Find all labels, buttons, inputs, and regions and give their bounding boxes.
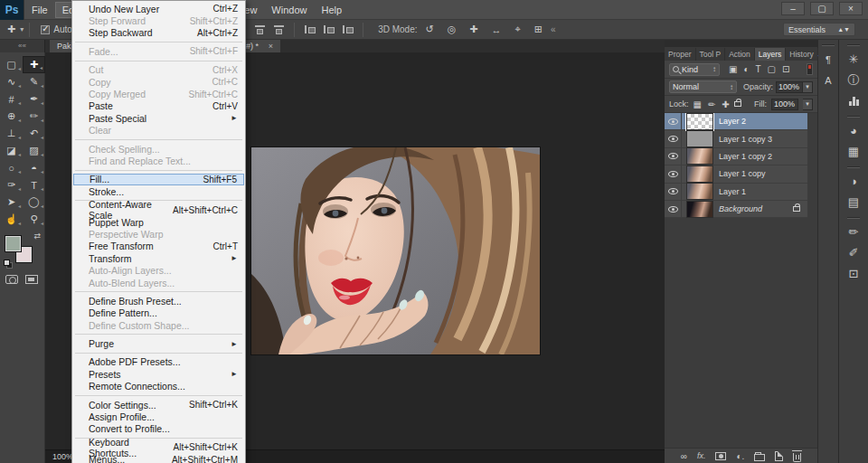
layer-thumbnail[interactable] xyxy=(686,147,713,165)
clone-stamp-tool[interactable]: ⊥◂ xyxy=(0,125,23,142)
blur-tool[interactable]: ○◂ xyxy=(0,159,23,176)
filter-type-layers-icon[interactable]: T xyxy=(756,64,761,74)
layer-row-layer-1-copy[interactable]: Layer 1 copy xyxy=(665,165,807,183)
foreground-color-swatch[interactable] xyxy=(5,235,22,252)
menu-item-presets[interactable]: Presets► xyxy=(72,368,245,380)
layer-thumbnail[interactable] xyxy=(686,113,713,130)
history-brush-tool[interactable]: ↶◂ xyxy=(23,125,45,142)
visibility-cell[interactable] xyxy=(665,184,682,200)
lock-transparency-icon[interactable]: ▦ xyxy=(693,99,702,109)
toolbar-collapse-header[interactable]: «« xyxy=(0,40,45,52)
distribute-left-edges-icon[interactable] xyxy=(304,24,316,34)
visibility-cell[interactable] xyxy=(665,113,682,129)
distribute-bottom-edges-icon[interactable] xyxy=(273,24,285,34)
tab-tool-p[interactable]: Tool P xyxy=(696,48,726,61)
path-selection-tool[interactable]: ➤◂ xyxy=(0,194,23,211)
menu-item-adobe-pdf-presets[interactable]: Adobe PDF Presets... xyxy=(72,356,245,368)
layer-row-background[interactable]: Background xyxy=(665,201,807,218)
default-colors-icon[interactable] xyxy=(4,260,12,268)
menu-item-define-brush-preset[interactable]: Define Brush Preset... xyxy=(72,295,245,307)
menu-file[interactable]: File xyxy=(24,2,55,18)
options-collapse-icon[interactable]: « xyxy=(551,24,556,34)
move-tool[interactable]: ✚◂ xyxy=(23,56,45,73)
quick-mask-button[interactable] xyxy=(5,275,18,284)
adjustments-icon[interactable]: ◑ xyxy=(839,171,868,192)
menu-item-stroke[interactable]: Stroke... xyxy=(72,185,245,197)
color-icon[interactable]: ◕ xyxy=(839,120,868,141)
menu-item-remote-connections[interactable]: Remote Connections... xyxy=(72,381,245,392)
brush-tool[interactable]: ✏◂ xyxy=(23,108,45,125)
menu-item-purge[interactable]: Purge► xyxy=(72,337,245,349)
filter-smart-objects-icon[interactable]: ⊡ xyxy=(782,64,789,74)
opacity-dropdown-icon[interactable]: ▾ xyxy=(803,81,813,93)
spot-healing-brush-tool[interactable]: ⊕◂ xyxy=(0,108,23,125)
link-layers-icon[interactable]: ∞ xyxy=(681,451,687,461)
tab-history[interactable]: History xyxy=(786,48,817,61)
fill-dropdown-icon[interactable]: ▾ xyxy=(803,99,813,110)
tab-layers[interactable]: Layers xyxy=(755,48,787,61)
navigator-icon[interactable]: ✳ xyxy=(839,49,868,70)
menu-help[interactable]: Help xyxy=(314,2,349,18)
crop-tool[interactable]: #◂ xyxy=(0,90,23,108)
screen-mode-button[interactable] xyxy=(25,275,38,284)
layer-thumbnail[interactable] xyxy=(686,165,713,183)
clone-source-icon[interactable]: ⊡ xyxy=(839,263,868,284)
eraser-tool[interactable]: ◪◂ xyxy=(0,142,23,159)
menu-item-color-settings[interactable]: Color Settings...Shift+Ctrl+K xyxy=(72,399,245,411)
add-layer-mask-icon[interactable] xyxy=(715,452,726,460)
visibility-cell[interactable] xyxy=(665,130,682,146)
lock-all-icon[interactable] xyxy=(734,101,741,107)
adjustment-layer-icon[interactable]: ◐. xyxy=(736,451,744,461)
histogram-icon[interactable] xyxy=(839,90,868,111)
layer-thumbnail[interactable] xyxy=(686,183,713,200)
menu-item-content-aware-scale[interactable]: Content-Aware ScaleAlt+Shift+Ctrl+C xyxy=(72,203,245,215)
constrain-icon[interactable]: ⊞ xyxy=(534,24,542,35)
eye-icon[interactable] xyxy=(668,171,678,177)
filter-toggle-switch[interactable] xyxy=(807,63,813,75)
minimize-button[interactable]: – xyxy=(781,2,805,15)
delete-layer-icon[interactable] xyxy=(793,450,801,462)
tab-close-icon[interactable]: × xyxy=(269,42,273,51)
menu-item-define-pattern[interactable]: Define Pattern... xyxy=(72,307,245,319)
eye-icon[interactable] xyxy=(668,153,678,159)
restore-button[interactable]: ▢ xyxy=(810,2,834,15)
new-group-icon[interactable] xyxy=(754,451,765,461)
menu-item-convert-to-profile[interactable]: Convert to Profile... xyxy=(72,423,245,435)
swatches-icon[interactable]: ▦ xyxy=(839,141,868,162)
ellipse-tool[interactable]: ◯◂ xyxy=(23,194,45,211)
3d-slide-icon[interactable]: ↔ xyxy=(492,24,502,35)
3d-pan-icon[interactable]: ✚ xyxy=(469,24,477,35)
3d-orbit-icon[interactable]: ↺ xyxy=(426,24,434,35)
filter-adjustment-layers-icon[interactable]: ◐ xyxy=(743,64,749,74)
visibility-cell[interactable] xyxy=(665,148,682,165)
info-icon[interactable]: ⓘ xyxy=(839,70,868,90)
lasso-tool[interactable]: ∿◂ xyxy=(0,73,23,90)
styles-icon[interactable]: ▤ xyxy=(839,192,868,213)
eyedropper-tool[interactable]: ✒◂ xyxy=(23,90,45,108)
filter-kind-dropdown[interactable]: Kind ↕ xyxy=(669,63,720,76)
opacity-value[interactable]: 100% xyxy=(776,81,803,93)
distribute-right-edges-icon[interactable] xyxy=(342,24,354,34)
layer-thumbnail[interactable] xyxy=(686,130,713,147)
layer-row-layer-1[interactable]: Layer 1 xyxy=(665,184,807,201)
auto-select-checkbox[interactable] xyxy=(41,25,50,34)
brush-presets-icon[interactable]: ✐ xyxy=(839,242,868,263)
dodge-tool[interactable]: ◓◂ xyxy=(23,159,45,176)
layer-thumbnail[interactable] xyxy=(686,201,713,218)
visibility-cell[interactable] xyxy=(665,201,682,217)
menu-item-free-transform[interactable]: Free TransformCtrl+T xyxy=(72,241,245,252)
workspace-switcher[interactable]: Essentials ▲▼ xyxy=(783,23,855,36)
filter-shape-layers-icon[interactable]: ▢ xyxy=(768,64,776,74)
eye-icon[interactable] xyxy=(668,206,678,213)
new-layer-icon[interactable] xyxy=(775,451,783,461)
menu-window[interactable]: Window xyxy=(264,2,314,18)
menu-item-undo-new-layer[interactable]: Undo New LayerCtrl+Z xyxy=(72,3,245,14)
filter-pixel-layers-icon[interactable]: ▣ xyxy=(729,64,737,74)
layer-row-layer-2[interactable]: Layer 2 xyxy=(665,113,807,130)
menu-item-menus[interactable]: Menus...Alt+Shift+Ctrl+M xyxy=(72,454,245,463)
tool-preset-caret-icon[interactable]: ▾ xyxy=(20,25,24,33)
3d-zoom-icon[interactable]: ⌖ xyxy=(515,24,521,35)
3d-roll-icon[interactable]: ◎ xyxy=(448,24,457,35)
paragraph-styles-icon[interactable]: ¶ xyxy=(818,49,838,70)
hand-tool[interactable]: ☝◂ xyxy=(0,211,23,228)
